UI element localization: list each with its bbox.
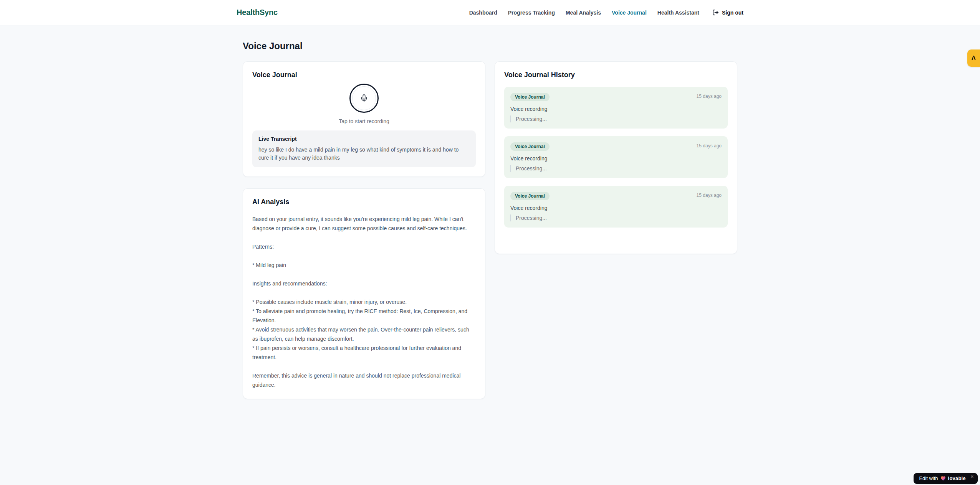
- ai-analysis-paragraph: * Possible causes include muscle strain,…: [252, 297, 476, 362]
- preview-panel-badge[interactable]: Λ: [967, 49, 980, 67]
- entry-timestamp: 15 days ago: [697, 94, 722, 99]
- nav-item-health-assistant[interactable]: Health Assistant: [657, 10, 699, 16]
- entry-label: Voice recording: [510, 155, 722, 162]
- entry-status: Processing...: [510, 115, 722, 122]
- tap-to-record-hint: Tap to start recording: [252, 118, 476, 124]
- entry-status: Processing...: [510, 214, 722, 221]
- brand-logo: HealthSync: [237, 8, 278, 17]
- nav-item-voice-journal[interactable]: Voice Journal: [612, 10, 647, 16]
- sign-out-label: Sign out: [722, 10, 743, 16]
- entry-label: Voice recording: [510, 106, 722, 112]
- voice-recorder-card: Voice Journal Tap to start recording: [243, 61, 485, 177]
- left-column: Voice Journal Tap to start recording: [243, 61, 485, 399]
- entry-label: Voice recording: [510, 205, 722, 211]
- entry-timestamp: 15 days ago: [697, 193, 722, 198]
- live-transcript-title: Live Transcript: [258, 136, 470, 142]
- recorder-card-title: Voice Journal: [252, 71, 476, 79]
- sign-out-button[interactable]: Sign out: [712, 9, 743, 16]
- ai-analysis-paragraph: Based on your journal entry, it sounds l…: [252, 214, 476, 233]
- lovable-mark-icon: Λ: [972, 54, 976, 62]
- entry-type-badge: Voice Journal: [510, 93, 550, 101]
- live-transcript-box: Live Transcript hey so like I do have a …: [252, 130, 476, 167]
- nav-item-progress-tracking[interactable]: Progress Tracking: [508, 10, 555, 16]
- nav-item-dashboard[interactable]: Dashboard: [469, 10, 497, 16]
- ai-analysis-paragraph: Insights and recommendations:: [252, 279, 476, 288]
- lovable-wordmark: lovable: [948, 475, 966, 481]
- ai-analysis-paragraph: Remember, this advice is general in natu…: [252, 371, 476, 389]
- history-card-title: Voice Journal History: [504, 71, 728, 79]
- heart-icon: [940, 476, 946, 481]
- entry-type-badge: Voice Journal: [510, 192, 550, 200]
- live-transcript-text: hey so like I do have a mild pain in my …: [258, 146, 470, 162]
- top-nav: HealthSync Dashboard Progress Tracking M…: [0, 0, 980, 25]
- close-icon[interactable]: ✕: [970, 475, 974, 478]
- entry-type-badge: Voice Journal: [510, 142, 550, 151]
- microphone-icon: [352, 86, 376, 110]
- edit-with-label: Edit with: [919, 475, 938, 481]
- record-button[interactable]: [349, 84, 379, 113]
- primary-nav: Dashboard Progress Tracking Meal Analysi…: [469, 9, 743, 16]
- log-out-icon: [712, 9, 719, 16]
- edit-with-lovable-badge[interactable]: Edit with lovable ✕: [914, 473, 978, 484]
- entry-timestamp: 15 days ago: [697, 143, 722, 148]
- voice-journal-history-card: Voice Journal History Voice Journal 15 d…: [495, 61, 737, 254]
- page-title: Voice Journal: [243, 41, 737, 51]
- ai-analysis-card: AI Analysis Based on your journal entry,…: [243, 188, 485, 399]
- history-entry[interactable]: Voice Journal 15 days ago Voice recordin…: [504, 87, 728, 129]
- nav-item-meal-analysis[interactable]: Meal Analysis: [566, 10, 601, 16]
- ai-analysis-paragraph: Patterns:: [252, 242, 476, 251]
- ai-analysis-title: AI Analysis: [252, 198, 476, 206]
- history-entry[interactable]: Voice Journal 15 days ago Voice recordin…: [504, 136, 728, 178]
- ai-analysis-paragraph: * Mild leg pain: [252, 261, 476, 270]
- entry-status: Processing...: [510, 165, 722, 172]
- voice-journal-page: Voice Journal Voice Journal: [243, 25, 737, 399]
- history-entry[interactable]: Voice Journal 15 days ago Voice recordin…: [504, 186, 728, 228]
